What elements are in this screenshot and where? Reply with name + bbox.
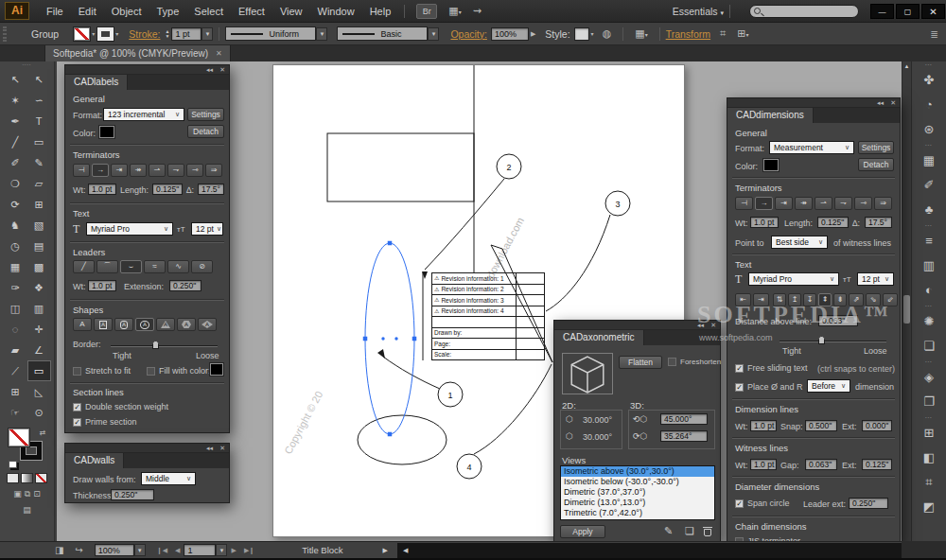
shape-fill-swatch[interactable] xyxy=(210,363,223,376)
recolor-artwork-panel-icon[interactable]: ⊛ xyxy=(912,117,946,142)
zoom-dropdown[interactable]: ▼ xyxy=(134,544,146,556)
opacity-link[interactable]: Opacity: xyxy=(450,28,487,40)
paintbrush-tool[interactable]: ✐ xyxy=(4,152,27,173)
control-bar-grip[interactable] xyxy=(3,26,7,42)
checkbox-checked[interactable]: ✓ xyxy=(73,403,81,411)
shape-rounded[interactable]: A xyxy=(114,318,133,331)
shape-triangle[interactable]: A xyxy=(156,318,175,331)
symbols-panel-icon[interactable]: ♣ xyxy=(912,198,946,222)
bridge-button[interactable]: Br xyxy=(416,4,437,19)
dim-ext-field[interactable]: 0.000" xyxy=(862,420,892,431)
terminator-style-3[interactable]: ⇥ xyxy=(111,164,128,177)
color-swatch[interactable] xyxy=(763,159,779,171)
close-icon[interactable]: ✕ xyxy=(710,321,716,330)
close-icon[interactable]: ✕ xyxy=(219,65,225,75)
cad-dimension-h-tool[interactable]: ◌ xyxy=(4,319,27,340)
flatten-button[interactable]: Flatten xyxy=(619,356,662,369)
dock-grip[interactable]: ▪▪▪ xyxy=(912,61,946,68)
leader-curve-3[interactable] xyxy=(546,215,610,311)
pencil-tool[interactable]: ✎ xyxy=(27,152,51,173)
document-setup-icon[interactable]: ◍ xyxy=(603,27,612,40)
menu-view[interactable]: View xyxy=(272,6,310,17)
cad-angle-tool[interactable]: ∠ xyxy=(27,340,51,360)
collapse-icon[interactable]: ◂◂ xyxy=(697,321,704,330)
free-transform-tool[interactable]: ⊞ xyxy=(27,194,51,215)
cad-dimension-d-tool[interactable]: ▰ xyxy=(4,340,27,360)
brush-definition-dropdown[interactable]: Basic xyxy=(337,26,428,41)
text-outside-icon[interactable]: ⇥ xyxy=(753,293,769,306)
text-center-icon[interactable]: ⇅ xyxy=(773,293,786,306)
direct-selection-tool[interactable]: ↖ xyxy=(27,69,51,90)
delete-view-icon[interactable] xyxy=(704,529,711,536)
minimize-button[interactable]: — xyxy=(870,4,894,19)
thickness-field[interactable]: 0.250" xyxy=(111,489,154,500)
dock-grip[interactable]: ▪▪▪ xyxy=(912,142,946,149)
eyedropper-tool[interactable]: ✑ xyxy=(4,277,27,298)
mesh-tool[interactable]: ▦ xyxy=(4,256,27,277)
leader-weight-field[interactable]: 1.0 pt xyxy=(88,280,116,291)
place-diameter-row[interactable]: ✓Place Ø and R xyxy=(735,382,803,392)
cadlabels-tab[interactable]: CADlabels xyxy=(65,75,128,90)
terminator-style-5[interactable]: ⇀ xyxy=(149,164,166,177)
witness-weight-field[interactable]: 1.0 pt xyxy=(750,459,777,470)
selection-tool[interactable]: ↖ xyxy=(4,69,27,90)
double-weight-row[interactable]: ✓Double section weight xyxy=(73,402,168,411)
shape-square[interactable]: A xyxy=(94,318,113,331)
leader-arc[interactable]: ⌣ xyxy=(120,260,142,273)
menu-help[interactable]: Help xyxy=(362,6,399,17)
leader-ext-field[interactable]: 0.250" xyxy=(849,498,888,509)
text-angle-free-icon[interactable]: ⇙ xyxy=(883,293,898,306)
cad-chart-tool[interactable]: ▤ xyxy=(27,236,51,256)
table-cell[interactable] xyxy=(516,328,544,339)
appearance-panel-icon[interactable]: ✺ xyxy=(912,309,946,334)
type-tool[interactable]: T xyxy=(27,111,51,131)
shape-circle[interactable]: A xyxy=(135,318,154,331)
panel-header[interactable]: ◂◂✕ xyxy=(65,444,229,453)
spacing-slider-thumb[interactable] xyxy=(818,336,825,344)
draw-walls-select[interactable]: Middle∨ xyxy=(141,472,196,485)
cad-rotate-tool[interactable]: ◷ xyxy=(4,236,27,256)
leader-curved[interactable]: ⌒ xyxy=(96,260,118,273)
magic-wand-tool[interactable]: ✶ xyxy=(4,90,27,111)
panel-header[interactable]: ◂◂✕ xyxy=(65,65,229,75)
stroke-color-swatch[interactable] xyxy=(97,27,114,41)
format-select[interactable]: 123 incremental∨ xyxy=(103,108,184,121)
table-row[interactable]: ⚠Revision information: 1 xyxy=(432,273,544,285)
zoom-level-field[interactable]: 100% xyxy=(95,544,134,556)
checkbox-unchecked[interactable] xyxy=(73,367,81,376)
witness-ext-field[interactable]: 0.125" xyxy=(862,459,892,470)
view-item-selected[interactable]: Isometric above (30.0°,30.0°) xyxy=(561,466,714,477)
tools-panel-grip[interactable]: ▪▪▪▪ xyxy=(0,61,54,69)
terminator-style-8[interactable]: ⇒ xyxy=(874,197,892,210)
extension-field[interactable]: 0.250" xyxy=(169,280,201,291)
arrange-documents-icon[interactable]: ▦▾ xyxy=(448,5,461,17)
shape-diamond[interactable]: A xyxy=(198,318,217,331)
checkbox-checked[interactable]: ✓ xyxy=(73,418,81,427)
close-tab-icon[interactable]: ✕ xyxy=(216,49,222,58)
panel-menu-icon[interactable]: ≣ xyxy=(930,28,938,40)
table-cell[interactable] xyxy=(516,350,544,360)
swatches-panel-icon[interactable]: ▦ xyxy=(912,149,946,173)
snap-field[interactable]: 0.500" xyxy=(805,420,837,431)
table-row[interactable]: ⚠Revision information: 4 xyxy=(432,306,544,318)
leader-straight[interactable]: ╱ xyxy=(73,260,95,273)
terminator-style-1[interactable]: ⊣ xyxy=(73,164,90,177)
menu-type[interactable]: Type xyxy=(149,6,187,17)
edit-view-icon[interactable]: ✎ xyxy=(664,525,673,537)
navigator-panel-icon[interactable]: ◩ xyxy=(912,495,946,519)
stretch-checkbox-row[interactable]: Stretch to fit xyxy=(73,366,131,376)
status-flyout-icon[interactable]: ▶ xyxy=(383,547,388,554)
table-cell[interactable] xyxy=(516,306,544,317)
transform-link[interactable]: Transform xyxy=(666,28,710,40)
table-row[interactable] xyxy=(432,317,544,328)
shape-hexagon[interactable]: A xyxy=(177,318,196,331)
gradient-button[interactable] xyxy=(21,473,33,483)
table-cell[interactable] xyxy=(516,317,544,327)
stroke-weight-field[interactable]: 1 pt xyxy=(171,27,201,41)
layers-panel-icon[interactable]: ◈ xyxy=(912,365,946,390)
rotate-tool[interactable]: ⟳ xyxy=(4,194,27,215)
align-icon[interactable]: ⌗ xyxy=(720,27,726,40)
opacity-flyout-icon[interactable]: ▶ xyxy=(531,30,535,38)
color-swatch[interactable] xyxy=(99,126,114,138)
first-artboard-icon[interactable]: ❙◀ xyxy=(157,547,167,554)
